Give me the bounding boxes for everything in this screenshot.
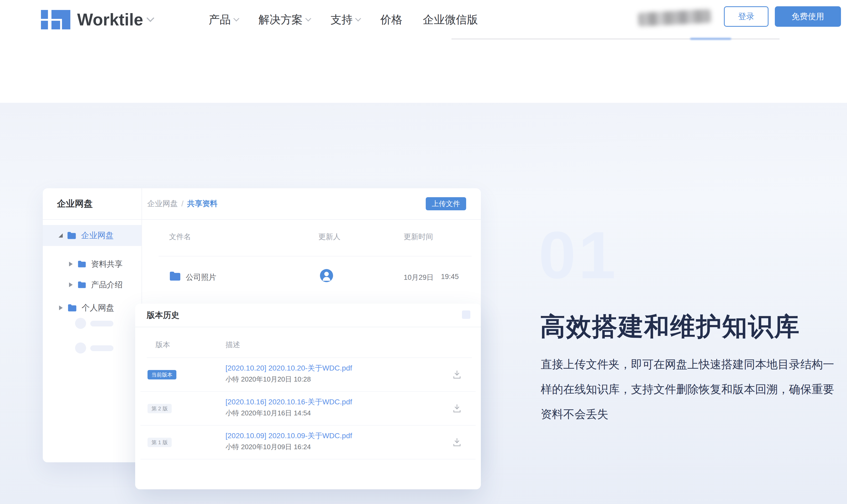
file-name: 公司照片 (186, 272, 216, 283)
nav-label: 解决方案 (259, 12, 302, 27)
drive-toolbar: 企业网盘 / 共享资料 上传文件 (142, 188, 481, 220)
table-row-company-photos[interactable]: 公司照片 10月29日 19:45 (142, 256, 481, 296)
worktile-landing-page: Worktile 产品 解决方案 支持 价格 企业微信版 登 (0, 0, 847, 504)
column-header-filename: 文件名 (169, 232, 191, 242)
nav-item-wechat-work[interactable]: 企业微信版 (423, 12, 478, 27)
tree-item-label: 企业网盘 (81, 230, 114, 241)
skeleton-placeholder (90, 321, 114, 326)
sidebar-header: 企业网盘 (43, 188, 141, 220)
version-list: 当前版本 [2020.10.20] 2020.10.20-关于WDC.pdf 小… (140, 358, 476, 460)
folder-icon (67, 304, 77, 312)
tree-item-enterprise-drive[interactable]: 企业网盘 (43, 225, 141, 246)
folder-icon (77, 260, 86, 268)
nav-label: 企业微信版 (423, 12, 478, 27)
version-row-1: 第 1 版 [2020.10.09] 2020.10.09-关于WDC.pdf … (140, 426, 476, 460)
nav-label: 价格 (380, 12, 402, 27)
tree-item-personal-drive[interactable]: 个人网盘 (43, 298, 141, 318)
version-file-link[interactable]: [2020.10.16] 2020.10.16-关于WDC.pdf (225, 397, 352, 407)
download-icon[interactable] (451, 403, 463, 414)
header-divider-accent (690, 38, 731, 40)
section-number-watermark: 01 (539, 221, 618, 288)
close-icon[interactable] (462, 310, 470, 319)
folder-icon (77, 281, 86, 288)
brand-wordmark: Worktile (77, 10, 143, 29)
modal-title: 版本历史 (147, 304, 179, 327)
section-description: 直接上传文件夹，即可在网盘上快速搭建同本地目录结构一样的在线知识库，支持文件删除… (541, 352, 844, 427)
drive-sidebar: 企业网盘 企业网盘 资料共享 产品 (43, 188, 142, 462)
column-header-description: 描述 (225, 340, 240, 350)
skeleton-placeholder (75, 318, 86, 329)
top-navbar: Worktile 产品 解决方案 支持 价格 企业微信版 登 (0, 0, 847, 39)
tree-item-shared-materials[interactable]: 资料共享 (43, 254, 141, 274)
sidebar-title: 企业网盘 (57, 198, 93, 210)
breadcrumb-separator: / (182, 200, 184, 208)
file-table: 文件名 更新人 更新时间 公司照片 10月29日 (142, 220, 481, 296)
version-badge: 第 2 版 (148, 404, 172, 413)
nav-item-pricing[interactable]: 价格 (380, 12, 402, 27)
version-meta: 小特 2020年10月09日 16:24 (225, 443, 311, 452)
worktile-logo-icon (41, 10, 70, 29)
upload-file-button[interactable]: 上传文件 (426, 197, 466, 210)
caret-collapsed-icon[interactable] (59, 306, 63, 310)
download-icon[interactable] (451, 437, 463, 448)
user-avatar (320, 269, 333, 282)
skeleton-placeholder (75, 342, 86, 354)
breadcrumb: 企业网盘 / 共享资料 (147, 198, 218, 209)
updated-at-cell: 10月29日 19:45 (404, 273, 459, 282)
chevron-down-icon (305, 16, 311, 21)
brand-logo[interactable]: Worktile (41, 0, 153, 39)
version-row-2: 第 2 版 [2020.10.16] 2020.10.16-关于WDC.pdf … (140, 392, 476, 426)
version-meta: 小特 2020年10月16日 14:54 (225, 409, 311, 418)
nav-label: 支持 (330, 12, 352, 27)
updated-time: 19:45 (441, 273, 459, 282)
file-table-header: 文件名 更新人 更新时间 (142, 220, 481, 256)
version-file-link[interactable]: [2020.10.20] 2020.10.20-关于WDC.pdf (225, 363, 352, 373)
nav-item-products[interactable]: 产品 (209, 12, 238, 27)
nav-label: 产品 (209, 12, 231, 27)
column-header-version: 版本 (155, 340, 170, 350)
tree-item-label: 个人网盘 (82, 302, 114, 313)
folder-icon (67, 232, 76, 239)
login-button[interactable]: 登录 (724, 6, 768, 27)
version-history-modal: 版本历史 版本 描述 当前版本 [2020.10.20] 2020.10.20-… (135, 304, 481, 489)
skeleton-placeholder (90, 345, 114, 351)
caret-expanded-icon[interactable] (58, 233, 63, 238)
chevron-down-icon (355, 16, 361, 21)
caret-collapsed-icon[interactable] (69, 283, 73, 287)
phone-number-blurred (638, 9, 711, 26)
chevron-down-icon (234, 16, 239, 21)
caret-collapsed-icon[interactable] (69, 262, 73, 266)
tree-item-product-intro[interactable]: 产品介绍 (43, 274, 141, 295)
modal-header: 版本历史 (135, 304, 481, 327)
nav-item-solutions[interactable]: 解决方案 (259, 12, 310, 27)
breadcrumb-root[interactable]: 企业网盘 (147, 198, 178, 209)
column-header-updated-at: 更新时间 (404, 232, 433, 242)
tree-item-label: 产品介绍 (91, 280, 123, 290)
free-trial-button[interactable]: 免费使用 (775, 6, 841, 27)
version-row-current: 当前版本 [2020.10.20] 2020.10.20-关于WDC.pdf 小… (140, 358, 476, 392)
modal-column-headers: 版本 描述 (135, 327, 481, 358)
folder-icon (169, 271, 181, 281)
breadcrumb-current: 共享资料 (187, 198, 218, 209)
main-nav: 产品 解决方案 支持 价格 企业微信版 (209, 0, 478, 39)
column-header-updater: 更新人 (318, 232, 341, 242)
nav-item-support[interactable]: 支持 (330, 12, 360, 27)
version-badge: 当前版本 (148, 370, 176, 379)
updated-date: 10月29日 (404, 273, 434, 282)
version-meta: 小特 2020年10月20日 10:28 (225, 375, 311, 384)
section-heading: 高效搭建和维护知识库 (540, 310, 800, 344)
chevron-down-icon[interactable] (146, 14, 154, 22)
tree-item-label: 资料共享 (91, 259, 123, 270)
version-file-link[interactable]: [2020.10.09] 2020.10.09-关于WDC.pdf (225, 431, 352, 441)
version-badge: 第 1 版 (148, 438, 172, 447)
download-icon[interactable] (451, 369, 463, 380)
